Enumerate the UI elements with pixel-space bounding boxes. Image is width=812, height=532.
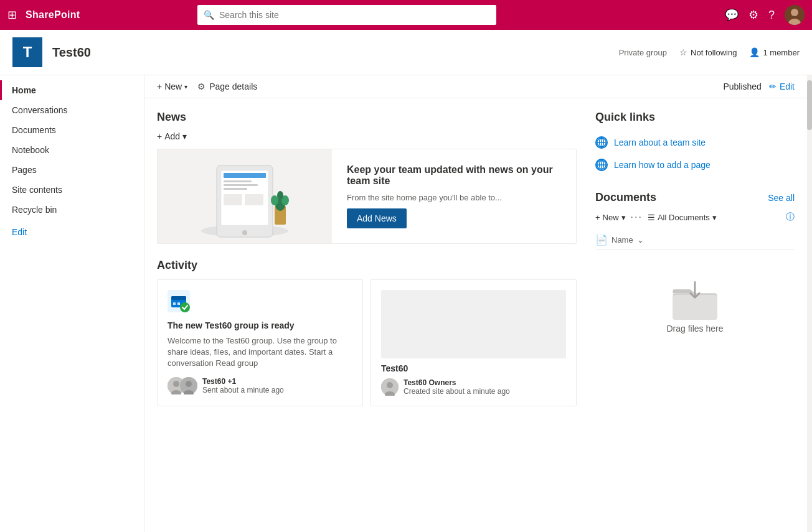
name-column-header: Name bbox=[611, 235, 633, 245]
content-body: News + Add ▾ bbox=[144, 98, 807, 419]
docs-view-button[interactable]: ☰ All Documents ▾ bbox=[648, 213, 717, 222]
sidebar-item-notebook[interactable]: Notebook bbox=[0, 140, 144, 160]
chevron-down-icon: ▾ bbox=[184, 83, 187, 90]
news-image bbox=[158, 149, 332, 243]
new-label: New bbox=[164, 82, 182, 91]
help-icon[interactable]: ? bbox=[768, 9, 775, 22]
quick-link-1[interactable]: Learn about a team site bbox=[595, 131, 795, 154]
svg-point-15 bbox=[271, 195, 278, 205]
svg-rect-42 bbox=[673, 295, 717, 320]
page-details-button[interactable]: ⚙ Page details bbox=[197, 82, 257, 91]
svg-point-1 bbox=[791, 9, 798, 16]
activity-card-1-title: The new Test60 group is ready bbox=[168, 320, 352, 330]
sidebar-item-recycle-bin[interactable]: Recycle bin bbox=[0, 200, 144, 220]
see-all-link[interactable]: See all bbox=[768, 193, 795, 203]
add-label: Add bbox=[164, 131, 180, 141]
globe-icon-1 bbox=[595, 136, 608, 149]
sidebar-item-edit[interactable]: Edit bbox=[0, 222, 144, 242]
search-icon: 🔍 bbox=[204, 10, 214, 20]
news-section: News + Add ▾ bbox=[157, 111, 577, 244]
content-toolbar: + New ▾ ⚙ Page details Published ✏ Edit bbox=[144, 75, 807, 98]
main-container: Home Conversations Documents Notebook Pa… bbox=[0, 75, 812, 532]
activity-card-1-timestamp: Sent about a minute ago bbox=[202, 386, 284, 394]
edit-button[interactable]: ✏ Edit bbox=[769, 82, 795, 91]
sidebar-item-conversations[interactable]: Conversations bbox=[0, 100, 144, 120]
avatar-2 bbox=[180, 377, 197, 394]
site-logo: T bbox=[12, 37, 42, 67]
docs-header: Documents See all bbox=[595, 191, 795, 204]
plus-icon-docs: + bbox=[595, 213, 600, 222]
activity-card-1-icon bbox=[168, 290, 352, 314]
activity-card-2-author: Test60 Owners bbox=[404, 378, 510, 387]
activity-card-1-footer: Test60 +1 Sent about a minute ago bbox=[168, 377, 352, 394]
activity-card-1-meta: Test60 +1 Sent about a minute ago bbox=[202, 377, 284, 394]
not-following-label: Not following bbox=[691, 48, 737, 57]
news-body: From the site home page you'll be able t… bbox=[347, 193, 561, 202]
activity-title: Activity bbox=[157, 259, 577, 272]
search-bar[interactable]: 🔍 bbox=[197, 5, 496, 25]
chevron-down-icon-view: ▾ bbox=[712, 213, 717, 222]
plus-icon: + bbox=[157, 82, 162, 91]
svg-point-28 bbox=[186, 381, 192, 387]
new-button[interactable]: + New ▾ bbox=[157, 82, 187, 91]
news-heading: Keep your team updated with news on your… bbox=[347, 164, 561, 187]
private-group-label: Private group bbox=[619, 48, 667, 57]
waffle-icon[interactable]: ⊞ bbox=[7, 8, 17, 22]
docs-toolbar: + New ▾ ··· ☰ All Documents ▾ ⓘ bbox=[595, 212, 795, 223]
news-card-content: Keep your team updated with news on your… bbox=[332, 149, 576, 243]
sidebar-item-home[interactable]: Home bbox=[0, 80, 144, 100]
documents-section: Documents See all + New ▾ ··· ☰ All Docu… bbox=[595, 191, 795, 358]
scrollbar[interactable] bbox=[807, 75, 812, 532]
search-input[interactable] bbox=[219, 10, 490, 20]
site-meta: Private group ☆ Not following 👤 1 member bbox=[619, 47, 800, 57]
svg-point-25 bbox=[173, 381, 179, 387]
quick-link-1-label: Learn about a team site bbox=[614, 138, 706, 147]
sidebar-item-pages[interactable]: Pages bbox=[0, 160, 144, 180]
site-header: T Test60 Private group ☆ Not following 👤… bbox=[0, 30, 812, 75]
svg-rect-8 bbox=[224, 184, 258, 186]
news-title: News bbox=[157, 111, 577, 124]
quick-links-section: Quick links Learn about a team site Lear… bbox=[595, 111, 795, 176]
sidebar-item-documents[interactable]: Documents bbox=[0, 120, 144, 140]
not-following-button[interactable]: ☆ Not following bbox=[679, 47, 737, 57]
activity-card-2-timestamp: Created site about a minute ago bbox=[404, 387, 510, 396]
person-icon: 👤 bbox=[749, 47, 760, 57]
docs-more-button[interactable]: ··· bbox=[631, 212, 643, 223]
pencil-icon: ✏ bbox=[769, 82, 777, 91]
docs-title: Documents bbox=[595, 191, 768, 204]
activity-section: Activity bbox=[157, 259, 577, 406]
info-icon[interactable]: ⓘ bbox=[786, 212, 795, 223]
docs-new-button[interactable]: + New ▾ bbox=[595, 213, 626, 222]
top-nav-right: 💬 ⚙ ? bbox=[725, 5, 805, 25]
docs-new-label: New bbox=[603, 213, 619, 222]
plus-icon-small: + bbox=[157, 131, 162, 141]
sidebar: Home Conversations Documents Notebook Pa… bbox=[0, 75, 144, 532]
page-details-label: Page details bbox=[209, 82, 257, 91]
add-news-dropdown-button[interactable]: + Add ▾ bbox=[157, 131, 187, 141]
user-avatar[interactable] bbox=[785, 5, 805, 25]
add-news-button[interactable]: Add News bbox=[347, 208, 407, 228]
content-area: + New ▾ ⚙ Page details Published ✏ Edit bbox=[144, 75, 807, 532]
svg-rect-6 bbox=[224, 173, 266, 178]
activity-cards: The new Test60 group is ready Welcome to… bbox=[157, 279, 577, 406]
drag-files-text: Drag files here bbox=[666, 324, 723, 334]
scrollbar-thumb[interactable] bbox=[807, 80, 812, 130]
left-column: News + Add ▾ bbox=[157, 111, 577, 406]
sidebar-item-site-contents[interactable]: Site contents bbox=[0, 180, 144, 200]
svg-point-17 bbox=[277, 191, 283, 200]
chevron-down-icon-docs: ▾ bbox=[621, 213, 626, 222]
member-count: 1 member bbox=[763, 48, 800, 57]
sharepoint-logo: SharePoint bbox=[26, 9, 80, 21]
top-navigation: ⊞ SharePoint 🔍 💬 ⚙ ? bbox=[0, 0, 812, 30]
avatar-3 bbox=[381, 378, 399, 396]
activity-card-2: Test60 Test60 Owners Created site about … bbox=[371, 279, 577, 406]
quick-link-2[interactable]: Learn how to add a page bbox=[595, 154, 795, 176]
svg-point-12 bbox=[242, 230, 247, 235]
settings-icon[interactable]: ⚙ bbox=[748, 8, 758, 22]
quick-link-2-label: Learn how to add a page bbox=[614, 160, 710, 170]
svg-point-31 bbox=[387, 382, 393, 388]
chat-icon[interactable]: 💬 bbox=[725, 8, 739, 22]
drag-files-area: Drag files here bbox=[595, 255, 795, 358]
site-title: Test60 bbox=[52, 45, 609, 60]
edit-label: Edit bbox=[780, 82, 795, 91]
